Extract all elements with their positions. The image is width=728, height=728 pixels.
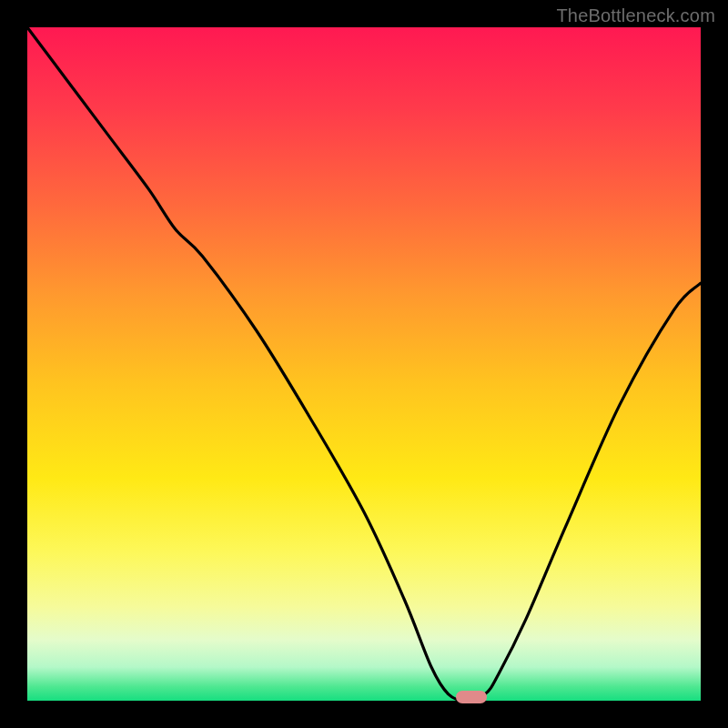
bottleneck-curve — [27, 27, 701, 701]
optimal-marker — [456, 691, 487, 703]
chart-frame: TheBottleneck.com — [0, 0, 728, 728]
watermark-text: TheBottleneck.com — [556, 5, 715, 26]
plot-area — [27, 27, 701, 701]
